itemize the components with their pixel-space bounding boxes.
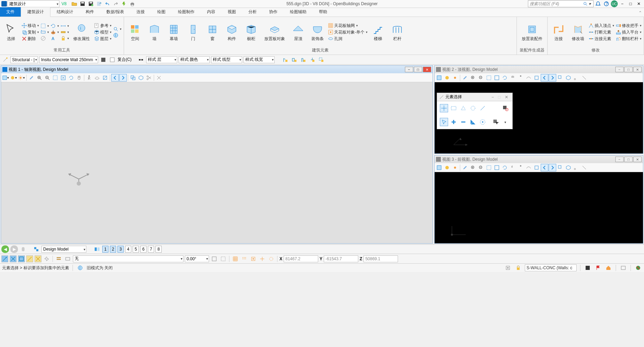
view-minimize[interactable]: −	[615, 157, 624, 162]
clear-icon[interactable]	[580, 164, 588, 171]
view-minimize[interactable]: −	[405, 67, 413, 72]
selmode-4[interactable]	[26, 255, 33, 262]
view-num-5[interactable]: 5	[133, 246, 139, 253]
tab-structural[interactable]: 结构设计	[50, 7, 79, 17]
view-3-canvas[interactable]	[435, 172, 643, 243]
view-next-icon[interactable]	[549, 164, 556, 171]
style-color-combo[interactable]: 样式 颜色▾	[179, 56, 210, 63]
s2-icon[interactable]	[219, 255, 227, 263]
s1-icon[interactable]	[210, 255, 218, 263]
brightness-icon[interactable]	[451, 74, 459, 82]
grid5-icon[interactable]	[267, 255, 275, 263]
pin2-icon[interactable]	[43, 255, 50, 263]
clip-scissors-icon[interactable]	[145, 74, 153, 82]
modify-wall-button[interactable]: 修改墙	[569, 22, 587, 42]
hole-button[interactable]: 孔洞	[328, 36, 368, 42]
sel-shape-icon[interactable]	[459, 104, 467, 112]
style-lineweight-combo[interactable]: 样式 线宽▾	[244, 56, 275, 63]
v8-icon[interactable]: V8	[60, 0, 68, 8]
pan-icon[interactable]	[509, 74, 517, 82]
brightness-icon[interactable]: ▾	[18, 74, 25, 82]
cabinet-button[interactable]: 橱柜	[242, 22, 260, 42]
family-combo[interactable]: Structural - |▾	[10, 56, 38, 63]
delete-button[interactable]: 删除	[21, 36, 39, 42]
tab-content[interactable]: 内容	[201, 7, 221, 17]
snap1-icon[interactable]	[504, 264, 512, 272]
view-attrs-icon[interactable]	[435, 74, 443, 82]
brightness-icon[interactable]	[451, 164, 459, 171]
dialog-status-icon[interactable]	[619, 264, 627, 272]
window-area-icon[interactable]	[485, 164, 493, 171]
view-toggle-icon[interactable]	[93, 245, 101, 253]
panel-maximize[interactable]: □	[496, 95, 503, 100]
undo-icon[interactable]	[104, 0, 111, 8]
swatch-icon[interactable]	[100, 56, 107, 64]
roof-button[interactable]: 屋顶	[289, 22, 307, 42]
zoom-in-icon[interactable]	[36, 74, 43, 82]
break-element-button[interactable]: 打断元素	[588, 29, 614, 36]
wall-button[interactable]: 墙	[145, 22, 163, 42]
zoom-in-icon[interactable]	[469, 74, 477, 82]
view-num-6[interactable]: 6	[140, 246, 146, 253]
panel-titlebar[interactable]: 元素选择 − □ ✕	[437, 93, 512, 101]
space-button[interactable]: 空间	[126, 22, 144, 42]
nav-back-icon[interactable]: ◀	[1, 245, 9, 253]
pan-icon[interactable]	[509, 164, 517, 171]
text-icon[interactable]: A	[50, 35, 59, 41]
copy-view-icon[interactable]	[557, 164, 564, 171]
connect-element-button[interactable]: 连接元素	[588, 36, 614, 42]
sel-individual-icon[interactable]	[440, 104, 448, 112]
tab-drawing[interactable]: 绘图	[151, 7, 172, 17]
export-icon[interactable]	[95, 0, 103, 8]
zoom-out-icon[interactable]	[477, 164, 485, 171]
brush-icon[interactable]	[461, 164, 469, 171]
level-combo[interactable]: S-WALL-CONC (Walls: c	[525, 264, 577, 271]
z-field[interactable]: 50869.1	[363, 255, 398, 262]
zoom-out-icon[interactable]	[44, 74, 51, 82]
workset-combo[interactable]: 建筑设计▾	[8, 0, 59, 7]
models-icon[interactable]	[32, 245, 40, 253]
view-maximize[interactable]: □	[624, 67, 633, 72]
view-1-titlebar[interactable]: 视图 1 - 轴测视图, Design Model − □ ✕	[1, 66, 433, 73]
clip-scissors-icon[interactable]	[572, 164, 580, 171]
clear-icon[interactable]	[580, 74, 588, 82]
model-button[interactable]: 模型▾	[94, 29, 112, 36]
swatch2-icon[interactable]	[108, 56, 116, 64]
magnify-icon[interactable]: ▾	[113, 26, 122, 32]
zoom-out-icon[interactable]	[477, 74, 485, 82]
pan-icon[interactable]	[75, 74, 83, 82]
part-combo[interactable]: Insitu Concrete Wall 250mm▾	[39, 56, 98, 63]
copy-button[interactable]: 复制▾	[21, 29, 39, 36]
pin-icon[interactable]	[120, 0, 128, 8]
view-num-8[interactable]: 8	[155, 246, 162, 253]
expand-icon[interactable]: ▾	[501, 118, 510, 126]
clear-icon[interactable]	[155, 74, 163, 82]
view-num-1[interactable]: 1	[102, 246, 108, 253]
lock-status-icon[interactable]	[514, 264, 522, 272]
home-status-icon[interactable]	[605, 264, 612, 272]
mode-new-icon[interactable]	[440, 118, 448, 126]
sel-line-icon[interactable]	[479, 104, 487, 112]
open-icon[interactable]	[70, 0, 78, 8]
view-orient-icon[interactable]	[533, 74, 540, 82]
window-close[interactable]: ✕	[635, 0, 643, 8]
fit-view-icon[interactable]	[59, 74, 67, 82]
view-maximize[interactable]: □	[624, 157, 633, 162]
view-num-7[interactable]: 7	[148, 246, 154, 253]
copy-view-icon[interactable]	[557, 74, 564, 82]
manipulate-icon[interactable]: ▾	[40, 29, 49, 35]
info-status-icon[interactable]: i	[76, 264, 84, 272]
window-minimize[interactable]: −	[618, 0, 626, 8]
x-field[interactable]: 81467.2	[284, 255, 318, 262]
view-close[interactable]: ✕	[633, 157, 642, 162]
zoom-in-icon[interactable]	[469, 164, 477, 171]
window-button[interactable]: 窗	[203, 22, 221, 42]
panel-close[interactable]: ✕	[503, 95, 510, 100]
view-3-titlebar[interactable]: 视图 3 - 前视图, Design Model − □ ✕	[435, 156, 643, 163]
connect-button[interactable]: 连接	[550, 22, 568, 42]
sel-disable-icon[interactable]	[501, 104, 510, 112]
view-orient-icon[interactable]	[101, 74, 109, 82]
nav-fwd-icon[interactable]: ▶	[10, 245, 18, 253]
rotate-view-icon[interactable]	[501, 74, 509, 82]
sel-all-icon[interactable]	[492, 118, 500, 126]
